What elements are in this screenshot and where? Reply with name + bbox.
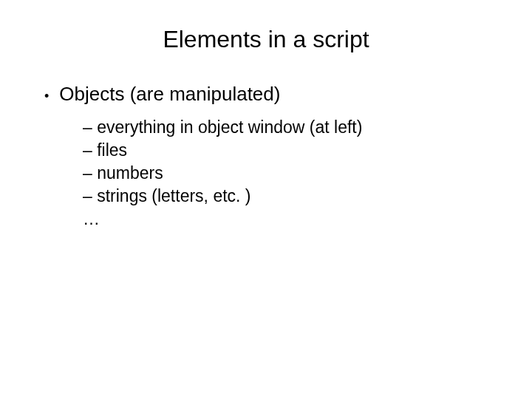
bullet-text: Objects (are manipulated) bbox=[59, 83, 280, 106]
sub-bullet-files: – files bbox=[83, 139, 502, 162]
sub-bullet-strings: – strings (letters, etc. ) bbox=[83, 185, 502, 208]
sub-bullet-ellipsis: … bbox=[83, 208, 502, 231]
slide-container: Elements in a script • Objects (are mani… bbox=[0, 0, 532, 399]
sub-bullet-numbers: – numbers bbox=[83, 162, 502, 185]
slide-title: Elements in a script bbox=[30, 26, 502, 53]
bullet-item-objects: • Objects (are manipulated) bbox=[44, 83, 502, 106]
sub-bullet-everything: – everything in object window (at left) bbox=[83, 116, 502, 139]
bullet-marker: • bbox=[44, 89, 49, 104]
